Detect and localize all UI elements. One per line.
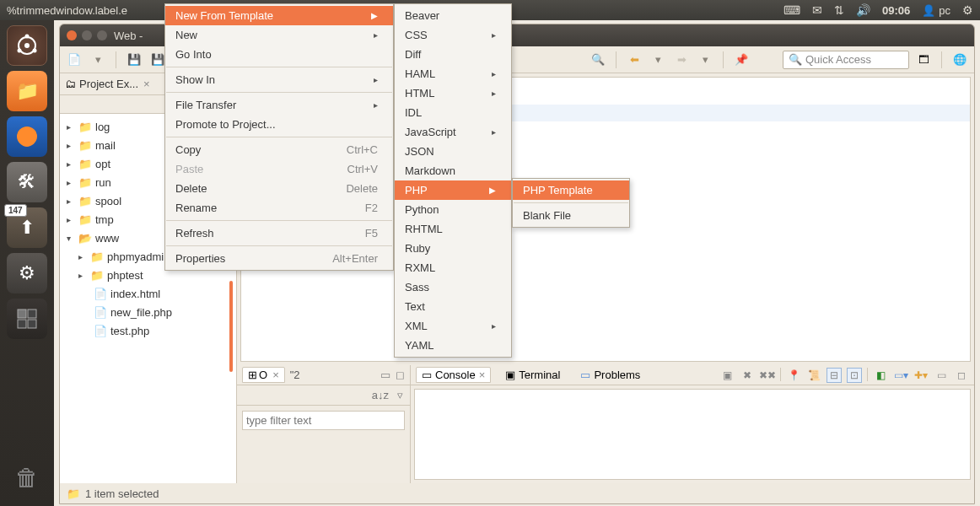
nav-fwd-button[interactable]: ➡ xyxy=(672,51,691,69)
nav-back-button[interactable]: ⬅ xyxy=(625,51,643,69)
php-template-item[interactable]: PHP Template xyxy=(513,180,629,200)
menu-go-into[interactable]: Go Into xyxy=(165,45,393,64)
template-sass[interactable]: Sass xyxy=(395,277,511,297)
menu-paste: PasteCtrl+V xyxy=(165,159,393,179)
nav-fwd-dropdown[interactable]: ▾ xyxy=(696,51,714,69)
menu-promote[interactable]: Promote to Project... xyxy=(165,115,393,134)
network-icon[interactable]: ⇅ xyxy=(834,3,844,17)
gear-icon[interactable]: ⚙ xyxy=(962,3,973,17)
system-settings-tile[interactable]: ⚙ xyxy=(7,253,47,293)
menu-refresh[interactable]: RefreshF5 xyxy=(165,223,393,243)
console-removeall-icon[interactable]: ✖✖ xyxy=(760,368,775,383)
project-explorer-label: Project Ex... xyxy=(79,78,138,90)
bottom-tabs: ▭Console× ▣Terminal ▭Problems ▣ ✖ ✖✖ 📍 📜… xyxy=(411,365,974,385)
menu-copy[interactable]: CopyCtrl+C xyxy=(165,140,393,159)
save-button[interactable]: 💾 xyxy=(125,51,143,69)
console-lock-b-icon[interactable]: ⊡ xyxy=(847,368,862,383)
console-open-icon[interactable]: ◧ xyxy=(873,368,888,383)
template-xml[interactable]: XML▸ xyxy=(395,316,511,336)
web-perspective-button[interactable]: 🌐 xyxy=(950,51,969,69)
close-icon[interactable]: × xyxy=(143,78,150,90)
quick-access-input[interactable]: 🔍 Quick Access xyxy=(783,51,909,69)
template-python[interactable]: Python xyxy=(395,200,511,219)
window-close-button[interactable] xyxy=(67,30,77,40)
problems-tab[interactable]: ▭Problems xyxy=(574,367,646,383)
search-button[interactable]: 🔍 xyxy=(589,51,607,69)
template-ruby[interactable]: Ruby xyxy=(395,239,511,258)
nav-back-dropdown[interactable]: ▾ xyxy=(649,51,667,69)
template-text[interactable]: Text xyxy=(395,297,511,316)
outline-tab-2[interactable]: "2 xyxy=(290,369,300,381)
keyboard-icon[interactable]: ⌨ xyxy=(783,3,800,17)
console-max-icon[interactable]: ◻ xyxy=(954,368,969,383)
menu-file-transfer[interactable]: File Transfer▸ xyxy=(165,95,393,115)
outline-filter-input[interactable] xyxy=(242,411,405,430)
update-badge: 147 xyxy=(4,204,27,217)
blank-file-item[interactable]: Blank File xyxy=(513,206,629,225)
svg-rect-7 xyxy=(28,310,36,318)
new-dropdown[interactable]: ▾ xyxy=(89,51,107,69)
firefox-tile[interactable] xyxy=(7,116,47,157)
open-perspective-button[interactable]: 🗔 xyxy=(914,51,933,69)
workspace-tile[interactable] xyxy=(7,299,47,339)
tree-item-new-file-php[interactable]: 📄new_file.php xyxy=(60,303,236,321)
menu-new-from-template[interactable]: New From Template▶ xyxy=(165,6,393,25)
console-clear-icon[interactable]: ▣ xyxy=(719,368,735,383)
svg-rect-9 xyxy=(28,320,36,328)
context-menu: New From Template▶ New▸ Go Into Show In▸… xyxy=(164,3,394,271)
mail-icon[interactable]: ✉ xyxy=(812,3,822,17)
template-yaml[interactable]: YAML xyxy=(395,336,511,355)
menu-new[interactable]: New▸ xyxy=(165,25,393,45)
console-pin-icon[interactable]: 📍 xyxy=(786,368,801,383)
trash-tile[interactable]: 🗑 xyxy=(7,457,47,498)
dash-tile[interactable] xyxy=(7,25,47,66)
console-lock-a-icon[interactable]: ⊟ xyxy=(827,368,842,383)
template-haml[interactable]: HAML▸ xyxy=(395,64,511,83)
volume-icon[interactable]: 🔊 xyxy=(856,3,870,17)
outline-tab[interactable]: ⊞O× xyxy=(242,367,285,383)
template-json[interactable]: JSON xyxy=(395,142,511,161)
tree-item-test-php[interactable]: 📄test.php xyxy=(60,321,236,340)
sort-icon[interactable]: a↓z xyxy=(372,389,389,401)
console-display-icon[interactable]: ▭▾ xyxy=(893,368,908,383)
outline-dropdown-icon[interactable]: ▿ xyxy=(397,389,403,401)
menu-properties[interactable]: PropertiesAlt+Enter xyxy=(165,249,393,268)
window-title: Web - xyxy=(114,30,143,42)
console-remove-icon[interactable]: ✖ xyxy=(740,368,755,383)
template-diff[interactable]: Diff xyxy=(395,45,511,64)
quick-access-placeholder: Quick Access xyxy=(805,53,871,66)
template-markdown[interactable]: Markdown xyxy=(395,161,511,180)
menu-rename[interactable]: RenameF2 xyxy=(165,198,393,218)
tools-tile[interactable]: 🛠 xyxy=(7,162,47,202)
template-beaver[interactable]: Beaver xyxy=(395,6,511,25)
maximize-icon[interactable]: ◻ xyxy=(396,369,405,381)
terminal-tab[interactable]: ▣Terminal xyxy=(499,367,566,383)
user-menu[interactable]: 👤 pc xyxy=(922,4,950,17)
console-new-icon[interactable]: ✚▾ xyxy=(913,368,929,383)
menubar-title: %trimmedwindow.label.e xyxy=(7,4,127,17)
template-rhtml[interactable]: RHTML xyxy=(395,219,511,239)
menu-delete[interactable]: DeleteDelete xyxy=(165,179,393,198)
files-tile[interactable]: 📁 xyxy=(7,71,47,111)
window-maximize-button[interactable] xyxy=(97,30,107,40)
template-idl[interactable]: IDL xyxy=(395,103,511,122)
window-minimize-button[interactable] xyxy=(82,30,92,40)
clock[interactable]: 09:06 xyxy=(882,4,910,17)
console-min-icon[interactable]: ▭ xyxy=(934,368,949,383)
svg-point-4 xyxy=(18,49,22,53)
console-scroll-icon[interactable]: 📜 xyxy=(806,368,821,383)
template-rxml[interactable]: RXML xyxy=(395,258,511,277)
console-body xyxy=(414,389,971,480)
pin-button[interactable]: 📌 xyxy=(732,51,751,69)
template-html[interactable]: HTML▸ xyxy=(395,83,511,103)
update-tile[interactable]: ⬆147 xyxy=(7,207,47,248)
template-javascript[interactable]: JavaScript▸ xyxy=(395,122,511,142)
console-tab[interactable]: ▭Console× xyxy=(416,367,491,383)
template-css[interactable]: CSS▸ xyxy=(395,25,511,45)
status-text: 1 item selected xyxy=(85,487,159,500)
menu-show-in[interactable]: Show In▸ xyxy=(165,70,393,89)
template-php[interactable]: PHP▶ xyxy=(395,180,511,200)
new-button[interactable]: 📄 xyxy=(65,51,83,69)
tree-item-index-html[interactable]: 📄index.html xyxy=(60,284,236,303)
minimize-icon[interactable]: ▭ xyxy=(380,369,390,381)
